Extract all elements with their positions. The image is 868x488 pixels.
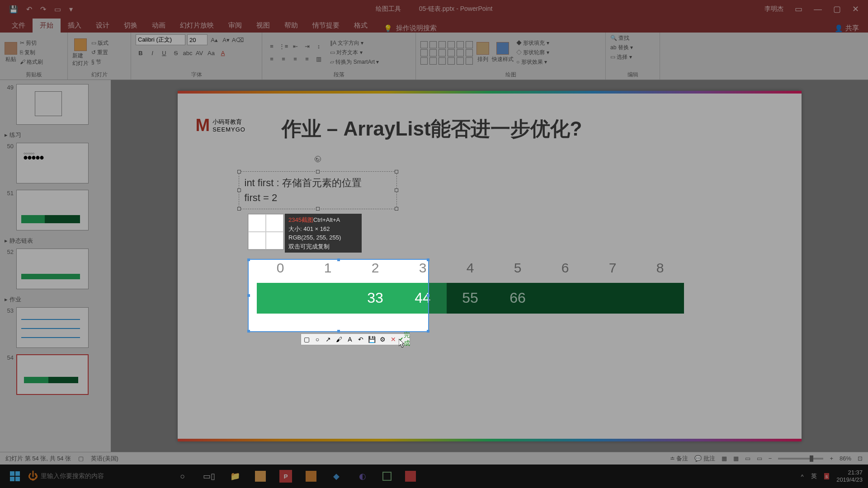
zoom-in-button[interactable]: + <box>830 455 833 462</box>
spacing-button[interactable]: AV <box>194 48 204 58</box>
tab-review[interactable]: 审阅 <box>221 19 249 33</box>
quick-styles-button[interactable]: 快速样式 <box>492 42 514 63</box>
shapes-gallery[interactable] <box>420 41 474 65</box>
justify-button[interactable]: ≡ <box>302 54 312 64</box>
cap-cancel-icon[interactable]: ✕ <box>389 335 398 344</box>
align-center-button[interactable]: ≡ <box>278 54 288 64</box>
tab-plot[interactable]: 情节提要 <box>305 19 347 33</box>
resize-handle[interactable] <box>395 170 398 174</box>
resize-handle[interactable] <box>316 170 320 174</box>
resize-handle[interactable] <box>316 207 320 211</box>
eclipse-icon[interactable]: ◐ <box>356 470 369 483</box>
section-staticlist[interactable]: ▸ 静态链表 <box>0 235 111 247</box>
cap-text-icon[interactable]: A <box>345 335 354 344</box>
user-name[interactable]: 李明杰 <box>764 5 783 13</box>
ribbon-options-icon[interactable]: ▭ <box>795 4 802 14</box>
increase-font-icon[interactable]: A▴ <box>209 35 219 45</box>
selected-textbox[interactable]: int first : 存储首元素的位置 first = 2 <box>239 171 397 209</box>
bullets-button[interactable]: ≡ <box>267 42 277 52</box>
italic-button[interactable]: I <box>147 48 157 58</box>
columns-button[interactable]: ▥ <box>314 54 324 64</box>
task-view-icon[interactable]: ▭▯ <box>203 470 215 483</box>
notes-button[interactable]: ≐ 备注 <box>670 455 689 463</box>
minimize-icon[interactable]: — <box>814 5 822 14</box>
resize-handle[interactable] <box>237 170 241 174</box>
explorer-icon[interactable]: 📁 <box>229 470 241 483</box>
tab-design[interactable]: 设计 <box>89 19 117 33</box>
font-size-select[interactable] <box>187 34 208 45</box>
font-color-button[interactable]: A <box>218 48 228 58</box>
sublime-icon[interactable] <box>306 471 316 482</box>
tell-me-search[interactable]: 💡 操作说明搜索 <box>384 24 437 33</box>
reset-button[interactable]: ↺ 重置 <box>91 49 108 56</box>
zoom-level[interactable]: 86% <box>840 455 851 462</box>
cap-done-button[interactable]: ✔ 完成 <box>400 335 409 344</box>
screenshot-selection[interactable] <box>248 259 429 332</box>
shape-effects-button[interactable]: ○ 形状效果 ▾ <box>516 58 549 66</box>
bold-button[interactable]: B <box>136 48 146 58</box>
format-painter-button[interactable]: 🖌 格式刷 <box>20 58 43 66</box>
arrange-button[interactable]: 排列 <box>476 42 489 63</box>
app-icon-3[interactable] <box>382 472 392 481</box>
cap-arrow-icon[interactable]: ↗ <box>324 335 333 344</box>
paste-button[interactable]: 粘贴 <box>5 42 17 63</box>
cap-save-icon[interactable]: 💾 <box>367 335 376 344</box>
normal-view-icon[interactable]: ▦ <box>722 455 727 462</box>
qat-more-icon[interactable]: ▾ <box>69 5 73 14</box>
tray-chevron-icon[interactable]: ^ <box>801 473 804 480</box>
cap-undo-icon[interactable]: ↶ <box>356 335 365 344</box>
slideshow-icon[interactable]: ▭ <box>54 5 61 14</box>
tab-animations[interactable]: 动画 <box>145 19 173 33</box>
cortana-icon[interactable]: ○ <box>176 470 189 483</box>
cut-button[interactable]: ✂ 剪切 <box>20 39 43 47</box>
font-name-select[interactable] <box>136 34 185 45</box>
copy-button[interactable]: ⎘ 复制 <box>20 49 43 56</box>
maximize-icon[interactable]: ▢ <box>833 4 841 14</box>
cap-rect-icon[interactable]: ▢ <box>302 335 311 344</box>
resize-handle[interactable] <box>237 188 241 192</box>
thumb-52[interactable] <box>16 249 89 289</box>
layout-button[interactable]: ▭ 版式 <box>91 39 108 47</box>
clear-format-icon[interactable]: A⌫ <box>233 35 243 45</box>
thumb-50[interactable]: ○○○○○⬤⬤⬤⬤⬤ <box>16 143 89 183</box>
share-button[interactable]: 👤 共享 <box>835 24 868 33</box>
resize-handle[interactable] <box>237 207 241 211</box>
align-text-button[interactable]: ▭ 对齐文本 ▾ <box>330 49 379 56</box>
shape-fill-button[interactable]: ◆ 形状填充 ▾ <box>516 39 549 47</box>
shadow-button[interactable]: abc <box>183 48 193 58</box>
rotate-handle-icon[interactable] <box>315 156 321 162</box>
case-button[interactable]: Aa <box>206 48 216 58</box>
reading-view-icon[interactable]: ▭ <box>745 455 750 462</box>
powerpoint-icon[interactable]: P <box>279 470 292 483</box>
numbering-button[interactable]: ⋮≡ <box>278 42 288 52</box>
section-practice[interactable]: ▸ 练习 <box>0 129 111 141</box>
tab-format[interactable]: 格式 <box>347 19 375 33</box>
indent-inc-button[interactable]: ⇥ <box>302 42 312 52</box>
clock[interactable]: 21:37 2019/4/23 <box>836 469 863 483</box>
tab-insert[interactable]: 插入 <box>61 19 89 33</box>
new-slide-button[interactable]: 新建 幻灯片 <box>72 38 89 67</box>
text-direction-button[interactable]: ‖A 文字方向 ▾ <box>330 39 379 47</box>
thumb-54[interactable] <box>16 354 89 395</box>
comments-button[interactable]: 💬 批注 <box>694 455 715 463</box>
tab-transitions[interactable]: 切换 <box>117 19 145 33</box>
line-spacing-button[interactable]: ↕ <box>314 42 324 52</box>
thumb-49[interactable] <box>16 84 89 125</box>
start-button[interactable] <box>5 467 24 486</box>
resize-handle[interactable] <box>395 188 398 192</box>
slide-canvas[interactable]: M 小码哥教育 SEEMYGO 作业 – ArrayList能否进一步优化? i… <box>111 80 868 452</box>
thumb-51[interactable] <box>16 190 89 230</box>
save-icon[interactable]: 💾 <box>9 5 18 14</box>
taskbar-search[interactable]: 里输入你要搜索的内容 <box>41 472 167 480</box>
slideshow-view-icon[interactable]: ▭ <box>757 455 762 462</box>
close-icon[interactable]: ✕ <box>852 4 859 14</box>
replace-button[interactable]: ab 替换 ▾ <box>610 44 633 52</box>
align-right-button[interactable]: ≡ <box>290 54 300 64</box>
spellcheck-icon[interactable]: ▢ <box>78 455 84 462</box>
ime-indicator[interactable]: 英 <box>811 472 817 480</box>
select-button[interactable]: ▭ 选择 ▾ <box>610 53 632 61</box>
app-icon-1[interactable] <box>255 471 266 482</box>
app-icon-4[interactable] <box>405 471 416 482</box>
smartart-button[interactable]: ▱ 转换为 SmartArt ▾ <box>330 58 379 66</box>
cap-ellipse-icon[interactable]: ○ <box>313 335 322 344</box>
